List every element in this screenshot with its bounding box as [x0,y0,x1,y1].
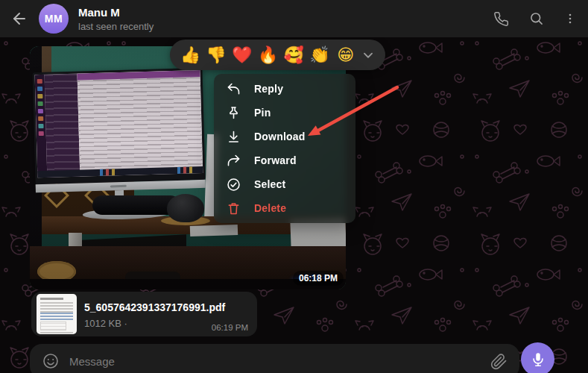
reply-icon [226,81,241,97]
menu-item-delete[interactable]: Delete [214,196,355,220]
file-timestamp: 06:19 PM [212,323,248,332]
telegram-window: MM Manu M last seen recently [0,0,588,373]
menu-item-select[interactable]: Select [214,172,355,196]
reaction-thumbs-down[interactable]: 👎 [203,40,230,70]
download-icon [226,129,241,145]
pdf-thumbnail[interactable] [37,294,77,334]
chat-title: Manu M [78,7,154,18]
reaction-fire[interactable]: 🔥 [255,40,281,70]
microphone-icon [530,351,546,368]
photo-timestamp: 06:18 PM [293,271,344,286]
header-actions [493,11,576,27]
kebab-menu-icon [564,11,576,26]
chat-status: last seen recently [78,22,154,31]
message-input[interactable]: Message [69,355,490,368]
arrow-left-icon [10,10,28,28]
chat-title-block[interactable]: Manu M last seen recently [78,7,154,31]
file-info: 5_6057642391337176991.pdf 1012 KB · [84,300,225,329]
search-icon [529,11,544,26]
call-button[interactable] [493,11,509,27]
forward-icon [226,153,241,169]
more-options-button[interactable] [564,11,576,26]
expand-reactions-button[interactable] [358,47,378,63]
reaction-thumbs-up[interactable]: 👍 [177,40,203,70]
reaction-grin[interactable]: 😁 [332,40,358,70]
smiley-icon [42,352,60,370]
chevron-down-icon [360,47,376,63]
menu-item-forward[interactable]: Forward [214,148,355,172]
context-menu: Reply Pin Download Forward Select [214,74,355,223]
phone-icon [493,11,509,27]
message-input-bar[interactable]: Message [30,344,519,373]
menu-item-reply[interactable]: Reply [214,77,355,101]
avatar[interactable]: MM [39,4,69,34]
emoji-picker-button[interactable] [42,352,60,370]
reaction-bar: 👍 👎 ❤️ 🔥 🥰 👏 😁 [170,40,385,70]
reaction-smiling-hearts[interactable]: 🥰 [281,40,307,70]
voice-record-button[interactable] [521,342,554,373]
paperclip-icon [490,353,508,370]
menu-item-pin[interactable]: Pin [214,101,355,125]
reaction-heart[interactable]: ❤️ [229,40,255,70]
delete-icon [226,201,241,216]
chat-header: MM Manu M last seen recently [0,0,588,37]
file-message[interactable]: 5_6057642391337176991.pdf 1012 KB · 06:1… [31,292,257,336]
pin-icon [226,105,241,121]
search-button[interactable] [529,11,544,26]
file-size: 1012 KB · [84,318,225,329]
file-name: 5_6057642391337176991.pdf [84,301,225,313]
attach-file-button[interactable] [490,353,508,370]
back-button[interactable] [9,8,30,29]
menu-item-download[interactable]: Download [214,125,355,148]
select-icon [226,177,241,192]
avatar-initials: MM [45,13,63,25]
reaction-clap[interactable]: 👏 [307,40,333,70]
